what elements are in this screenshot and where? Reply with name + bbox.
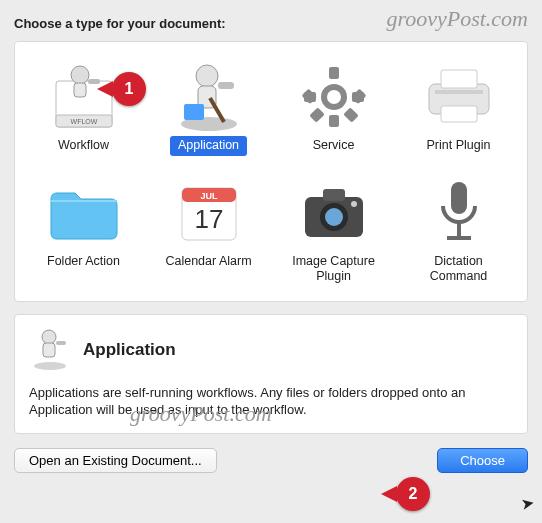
open-existing-button[interactable]: Open an Existing Document...: [14, 448, 217, 473]
svg-text:17: 17: [194, 204, 223, 234]
dialog-heading: Choose a type for your document:: [14, 16, 528, 31]
svg-point-32: [351, 201, 357, 207]
cursor-icon: ➤: [519, 493, 535, 514]
workflow-icon: WFLOW: [25, 58, 143, 136]
automator-new-document-dialog: Choose a type for your document: WFLOW W…: [0, 0, 542, 488]
type-label: Folder Action: [39, 252, 128, 272]
type-label: Image Capture Plugin: [275, 252, 393, 287]
calendar-icon: JUL 17: [150, 174, 268, 252]
document-type-grid: WFLOW Workflow Applicatio: [14, 41, 528, 302]
svg-rect-12: [329, 67, 339, 79]
svg-rect-19: [309, 107, 325, 123]
svg-rect-38: [43, 343, 55, 357]
service-icon: [275, 58, 393, 136]
type-image-capture-plugin[interactable]: Image Capture Plugin: [275, 170, 393, 291]
svg-point-36: [34, 362, 66, 370]
type-label: Calendar Alarm: [157, 252, 259, 272]
svg-point-31: [325, 208, 343, 226]
svg-point-11: [324, 87, 344, 107]
print-plugin-icon: [400, 58, 518, 136]
application-icon-small: [29, 327, 71, 374]
folder-action-icon: [25, 174, 143, 252]
svg-rect-21: [441, 70, 477, 88]
type-label: Workflow: [50, 136, 117, 156]
type-print-plugin[interactable]: Print Plugin: [400, 54, 518, 160]
image-capture-icon: [275, 174, 393, 252]
type-workflow[interactable]: WFLOW Workflow: [25, 54, 143, 160]
type-application[interactable]: Application: [150, 54, 268, 160]
svg-rect-13: [329, 115, 339, 127]
type-label: Print Plugin: [419, 136, 499, 156]
svg-rect-4: [74, 83, 86, 97]
svg-text:WFLOW: WFLOW: [70, 118, 97, 125]
type-dictation-command[interactable]: Dictation Command: [400, 170, 518, 291]
dictation-icon: [400, 174, 518, 252]
svg-text:JUL: JUL: [200, 191, 218, 201]
dialog-footer: Open an Existing Document... Choose: [14, 448, 528, 474]
svg-rect-23: [435, 90, 483, 94]
type-label: Application: [170, 136, 247, 156]
svg-rect-29: [323, 189, 345, 201]
svg-point-37: [42, 330, 56, 344]
type-label: Service: [305, 136, 363, 156]
svg-rect-10: [184, 104, 204, 120]
type-service[interactable]: Service: [275, 54, 393, 160]
choose-button[interactable]: Choose: [437, 448, 528, 473]
type-label: Dictation Command: [400, 252, 518, 287]
svg-rect-9: [218, 82, 234, 89]
description-body: Applications are self-running workflows.…: [29, 384, 513, 419]
svg-rect-33: [451, 182, 467, 214]
svg-point-3: [71, 66, 89, 84]
description-panel: Application Applications are self-runnin…: [14, 314, 528, 434]
svg-rect-22: [441, 106, 477, 122]
svg-rect-39: [56, 341, 66, 345]
application-icon: [150, 58, 268, 136]
description-title: Application: [83, 340, 176, 360]
svg-rect-18: [343, 107, 359, 123]
type-calendar-alarm[interactable]: JUL 17 Calendar Alarm: [150, 170, 268, 291]
svg-rect-5: [88, 79, 100, 84]
svg-point-7: [196, 65, 218, 87]
type-folder-action[interactable]: Folder Action: [25, 170, 143, 291]
